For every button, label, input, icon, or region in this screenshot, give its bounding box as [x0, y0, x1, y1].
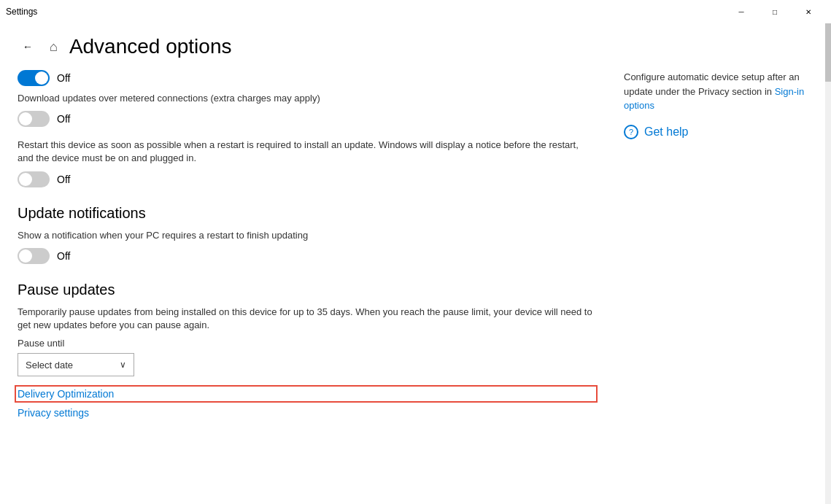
pause-date-dropdown[interactable]: Select date ∨	[18, 353, 134, 376]
restart-toggle-container: Off	[18, 171, 595, 187]
top-toggle-knob	[35, 71, 48, 85]
update-notifications-section: Update notifications Show a notification…	[18, 205, 595, 264]
metered-toggle-label: Off	[57, 113, 70, 125]
pause-updates-section: Pause updates Temporarily pause updates …	[18, 282, 595, 376]
scrollbar-thumb[interactable]	[825, 23, 831, 82]
content-area[interactable]: ← ⌂ Advanced options Off Downlo	[0, 23, 831, 504]
close-button[interactable]: ✕	[792, 0, 825, 23]
privacy-settings-link[interactable]: Privacy settings	[18, 407, 595, 419]
pause-until-container: Pause until Select date ∨	[18, 338, 595, 376]
restart-section: Restart this device as soon as possible …	[18, 139, 595, 187]
pause-updates-heading: Pause updates	[18, 282, 595, 298]
delivery-optimization-link[interactable]: Delivery Optimization	[18, 388, 595, 400]
links-section: Delivery Optimization Privacy settings	[18, 388, 595, 419]
get-help-link[interactable]: Get help	[644, 125, 688, 139]
help-icon: ?	[624, 125, 638, 139]
page-header: ← ⌂ Advanced options	[0, 23, 831, 64]
title-bar: Settings ─ □ ✕	[0, 0, 831, 23]
restart-toggle[interactable]	[18, 171, 50, 187]
app-container: ← ⌂ Advanced options Off Downlo	[0, 23, 831, 504]
update-notifications-description: Show a notification when your PC require…	[18, 229, 595, 242]
dropdown-value: Select date	[26, 360, 73, 371]
title-bar-title: Settings	[6, 7, 37, 17]
page-title: Advanced options	[69, 35, 232, 58]
home-icon: ⌂	[50, 39, 58, 55]
get-help-container: ? Get help	[624, 125, 813, 139]
maximize-button[interactable]: □	[758, 0, 792, 23]
restart-description: Restart this device as soon as possible …	[18, 139, 595, 165]
metered-toggle-container: Off	[18, 111, 595, 127]
update-notifications-heading: Update notifications	[18, 205, 595, 222]
notifications-toggle-knob	[19, 249, 32, 263]
restart-toggle-label: Off	[57, 174, 70, 185]
pause-until-label: Pause until	[18, 338, 595, 349]
restart-toggle-knob	[19, 173, 32, 186]
minimize-button[interactable]: ─	[724, 0, 758, 23]
top-toggle-section: Off	[18, 70, 595, 86]
back-button[interactable]: ←	[18, 36, 38, 57]
chevron-down-icon: ∨	[120, 360, 126, 370]
title-bar-controls: ─ □ ✕	[724, 0, 825, 23]
pause-updates-description: Temporarily pause updates from being ins…	[18, 306, 595, 332]
top-toggle-label: Off	[57, 72, 70, 84]
top-toggle-container: Off	[18, 70, 595, 86]
scrollbar[interactable]	[825, 23, 831, 504]
left-section: Off Download updates over metered connec…	[18, 64, 624, 426]
metered-section: Download updates over metered connection…	[18, 92, 595, 127]
right-info-text: Configure automatic device setup after a…	[624, 70, 813, 113]
back-arrow-icon: ←	[23, 41, 33, 53]
metered-description: Download updates over metered connection…	[18, 92, 595, 105]
title-bar-left: Settings	[6, 7, 37, 17]
metered-toggle[interactable]	[18, 111, 50, 127]
notifications-toggle[interactable]	[18, 248, 50, 264]
metered-toggle-knob	[19, 112, 32, 125]
right-section: Configure automatic device setup after a…	[624, 64, 813, 426]
notifications-toggle-container: Off	[18, 248, 595, 264]
main-content: Off Download updates over metered connec…	[0, 64, 831, 426]
notifications-toggle-label: Off	[57, 250, 70, 262]
top-toggle[interactable]	[18, 70, 50, 86]
